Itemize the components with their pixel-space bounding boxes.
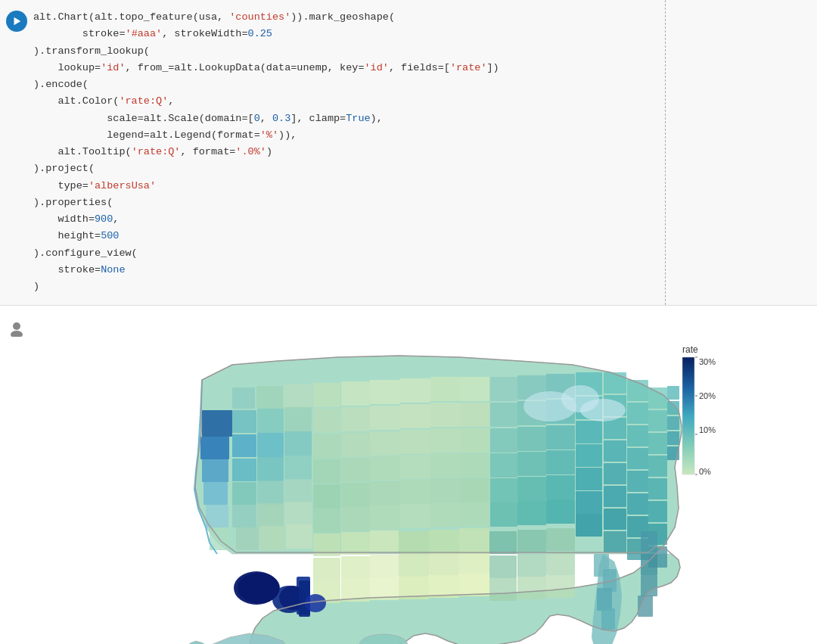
svg-rect-108 — [627, 471, 648, 492]
svg-rect-94 — [576, 491, 602, 514]
dashed-divider — [665, 0, 666, 305]
svg-rect-105 — [627, 403, 648, 424]
svg-rect-134 — [459, 551, 489, 574]
svg-rect-32 — [236, 527, 259, 550]
svg-rect-62 — [400, 480, 430, 504]
choropleth-map: rate 30% 20% — [111, 319, 739, 644]
svg-rect-20 — [232, 434, 256, 457]
svg-rect-15 — [256, 386, 283, 409]
svg-rect-64 — [461, 478, 489, 502]
run-button[interactable] — [6, 11, 27, 32]
svg-rect-122 — [546, 528, 575, 551]
svg-rect-142 — [341, 556, 370, 579]
svg-rect-112 — [648, 387, 667, 409]
code-line-15: ).configure_view( — [33, 245, 817, 262]
svg-rect-46 — [461, 403, 489, 427]
svg-rect-31 — [284, 502, 312, 526]
code-line-7: scale=alt.Scale(domain=[0, 0.3], clamp=T… — [33, 110, 817, 127]
svg-rect-131 — [459, 528, 489, 551]
svg-rect-59 — [313, 484, 340, 509]
svg-rect-95 — [576, 514, 602, 537]
svg-rect-102 — [604, 509, 626, 530]
svg-rect-16 — [284, 384, 312, 409]
svg-rect-41 — [313, 409, 340, 433]
code-section: alt.Chart(alt.topo_feature(usa, 'countie… — [0, 0, 817, 306]
svg-rect-137 — [459, 574, 489, 596]
svg-rect-56 — [400, 455, 430, 479]
svg-rect-55 — [370, 456, 400, 481]
svg-rect-14 — [232, 387, 255, 409]
svg-rect-116 — [648, 478, 667, 499]
svg-rect-70 — [461, 502, 489, 527]
svg-rect-117 — [648, 501, 667, 522]
svg-rect-23 — [232, 459, 256, 481]
svg-rect-26 — [232, 482, 256, 505]
svg-rect-27 — [257, 481, 284, 505]
code-line-14: height=500 — [33, 228, 817, 244]
svg-rect-106 — [627, 425, 648, 446]
svg-rect-63 — [430, 478, 461, 502]
svg-rect-156 — [641, 554, 657, 575]
svg-rect-24 — [257, 457, 284, 481]
svg-rect-79 — [546, 425, 575, 450]
svg-rect-9 — [206, 505, 228, 527]
svg-rect-42 — [341, 407, 370, 431]
svg-rect-86 — [490, 502, 517, 527]
svg-rect-74 — [490, 403, 517, 427]
svg-rect-25 — [284, 456, 312, 480]
svg-rect-77 — [490, 428, 517, 453]
svg-rect-99 — [604, 440, 626, 462]
svg-rect-100 — [604, 463, 626, 484]
svg-rect-128 — [546, 575, 575, 598]
svg-rect-30 — [257, 503, 284, 527]
svg-rect-93 — [576, 468, 602, 490]
svg-rect-50 — [400, 430, 430, 454]
svg-text:10%: 10% — [699, 425, 716, 434]
map-svg: rate 30% 20% — [111, 319, 724, 644]
svg-rect-154 — [601, 608, 615, 630]
svg-rect-61 — [370, 481, 400, 506]
svg-rect-57 — [430, 453, 461, 478]
svg-rect-33 — [259, 526, 285, 550]
svg-rect-129 — [399, 531, 429, 554]
svg-rect-155 — [641, 531, 657, 552]
output-indicator — [6, 318, 27, 339]
svg-rect-126 — [489, 578, 517, 601]
user-icon — [8, 320, 25, 337]
code-line-16: stroke=None — [33, 262, 817, 278]
svg-rect-81 — [517, 452, 546, 476]
map-container: rate 30% 20% — [33, 312, 817, 644]
output-section: rate 30% 20% — [0, 306, 817, 644]
svg-rect-153 — [597, 588, 612, 611]
svg-rect-78 — [517, 427, 546, 451]
svg-rect-47 — [313, 434, 340, 459]
svg-rect-174 — [682, 357, 694, 474]
svg-rect-69 — [430, 502, 461, 527]
code-line-8: legend=alt.Legend(format='%')), — [33, 127, 817, 144]
svg-rect-60 — [341, 483, 370, 507]
svg-rect-38 — [400, 378, 430, 403]
svg-rect-53 — [313, 459, 340, 484]
svg-rect-125 — [546, 552, 575, 575]
svg-rect-7 — [202, 459, 228, 482]
svg-rect-58 — [461, 453, 489, 478]
svg-rect-143 — [370, 555, 399, 577]
svg-rect-88 — [546, 499, 575, 524]
svg-rect-65 — [313, 509, 340, 533]
svg-rect-124 — [517, 554, 546, 577]
svg-rect-120 — [489, 531, 517, 554]
svg-rect-48 — [341, 433, 370, 457]
svg-rect-139 — [341, 532, 370, 555]
svg-rect-54 — [341, 458, 370, 482]
svg-marker-0 — [14, 17, 21, 26]
code-line-13: width=900, — [33, 211, 817, 228]
svg-rect-19 — [284, 407, 312, 431]
code-line-10: ).project( — [33, 160, 817, 177]
svg-rect-96 — [604, 372, 626, 394]
code-line-2: stroke='#aaa', strokeWidth=0.25 — [33, 26, 817, 42]
code-line-17: ) — [33, 278, 817, 295]
svg-rect-91 — [576, 421, 602, 443]
svg-rect-5 — [202, 410, 232, 437]
svg-rect-68 — [400, 504, 430, 528]
svg-rect-22 — [284, 431, 312, 456]
